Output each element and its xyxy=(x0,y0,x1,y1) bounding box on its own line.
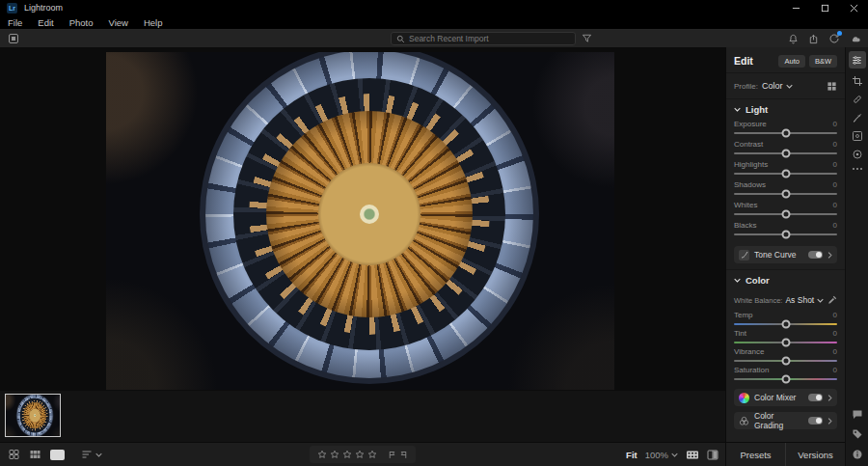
slider-knob[interactable] xyxy=(781,129,790,138)
color-mixer-row[interactable]: Color Mixer xyxy=(734,389,837,406)
slider-knob[interactable] xyxy=(781,190,790,199)
pick-flag-icon[interactable] xyxy=(388,450,396,460)
star-icon-5[interactable] xyxy=(367,450,377,459)
slider-highlights: Highlights0 xyxy=(734,159,837,179)
chevron-right-icon[interactable] xyxy=(827,252,832,259)
star-icon-4[interactable] xyxy=(355,450,365,459)
slider-knob[interactable] xyxy=(781,375,790,384)
slider-track[interactable] xyxy=(734,193,837,195)
presets-button[interactable]: Presets xyxy=(726,443,785,466)
masking-brush-icon[interactable] xyxy=(852,112,863,123)
slider-whites: Whites0 xyxy=(734,200,837,220)
slider-knob[interactable] xyxy=(781,170,790,178)
color-grading-toggle[interactable] xyxy=(808,417,823,425)
color-mixer-label: Color Mixer xyxy=(754,393,803,402)
slider-label: Contrast xyxy=(734,140,763,149)
color-grading-row[interactable]: Color Grading xyxy=(734,412,837,429)
reject-flag-icon[interactable] xyxy=(399,450,408,460)
slider-track[interactable] xyxy=(734,323,837,325)
white-balance-value-dropdown[interactable]: As Shot xyxy=(785,295,814,305)
rating-flag-bar xyxy=(310,446,416,463)
close-button[interactable] xyxy=(839,0,868,15)
dome-photo-render xyxy=(106,52,614,390)
filmstrip-toggle-icon[interactable] xyxy=(686,450,699,460)
chevron-right-icon[interactable] xyxy=(827,395,832,401)
share-icon[interactable] xyxy=(808,34,819,44)
slider-track[interactable] xyxy=(734,233,837,235)
star-icon-1[interactable] xyxy=(317,450,327,459)
slider-knob[interactable] xyxy=(781,150,790,158)
slider-label: Saturation xyxy=(734,366,769,374)
view-controls xyxy=(8,443,102,466)
tone-curve-row[interactable]: Tone Curve xyxy=(734,246,837,263)
menu-file[interactable]: File xyxy=(8,17,22,28)
slider-track[interactable] xyxy=(734,378,837,380)
red-eye-tool-icon[interactable] xyxy=(852,149,863,160)
versions-button[interactable]: Versions xyxy=(785,443,845,466)
crop-tool-icon[interactable] xyxy=(852,75,863,87)
menu-help[interactable]: Help xyxy=(144,17,163,28)
profile-value-dropdown[interactable]: Color xyxy=(762,81,783,91)
search-input[interactable] xyxy=(409,34,570,43)
info-icon[interactable] xyxy=(852,449,863,460)
square-grid-view-icon[interactable] xyxy=(29,449,41,460)
star-icon-2[interactable] xyxy=(330,450,339,459)
notifications-bell-icon[interactable] xyxy=(788,34,799,44)
light-section-header[interactable]: Light xyxy=(734,99,837,119)
white-balance-row: White Balance: As Shot xyxy=(734,290,837,310)
slider-track[interactable] xyxy=(734,342,837,343)
auto-button[interactable]: Auto xyxy=(778,55,804,68)
photo-grid-view-icon[interactable] xyxy=(8,449,20,460)
profile-browser-icon[interactable] xyxy=(827,81,837,92)
keyword-tag-icon[interactable] xyxy=(852,428,863,440)
filter-icon[interactable] xyxy=(582,33,592,43)
comments-icon[interactable] xyxy=(852,409,863,420)
lens-blur-tool-icon[interactable] xyxy=(852,130,863,142)
maximize-button[interactable] xyxy=(810,0,839,15)
chevron-right-icon[interactable] xyxy=(827,418,832,425)
slider-knob[interactable] xyxy=(781,357,790,366)
color-section-header[interactable]: Color xyxy=(734,270,837,289)
bw-button[interactable]: B&W xyxy=(809,55,837,68)
minimize-button[interactable] xyxy=(781,0,810,15)
eyedropper-icon[interactable] xyxy=(827,295,837,305)
star-icon-3[interactable] xyxy=(342,450,352,459)
menu-photo[interactable]: Photo xyxy=(69,17,94,28)
slider-knob[interactable] xyxy=(781,339,790,347)
zoom-fit-button[interactable]: Fit xyxy=(626,450,637,460)
sort-control[interactable] xyxy=(81,450,102,459)
edit-tool-button-active[interactable] xyxy=(849,51,866,69)
chevron-down-icon[interactable] xyxy=(817,298,824,303)
slider-track[interactable] xyxy=(734,152,837,154)
zoom-level-dropdown[interactable]: 100% xyxy=(645,450,678,460)
color-section-title: Color xyxy=(746,275,770,286)
photo-dome-ceiling[interactable] xyxy=(106,52,614,390)
slider-knob[interactable] xyxy=(781,231,790,239)
slider-track[interactable] xyxy=(734,213,837,215)
slider-knob[interactable] xyxy=(781,320,790,329)
healing-tool-icon[interactable] xyxy=(852,94,863,105)
slider-label: Temp xyxy=(734,311,753,319)
search-box[interactable] xyxy=(391,32,576,45)
menu-edit[interactable]: Edit xyxy=(38,17,53,28)
more-tools-icon[interactable] xyxy=(852,167,863,171)
menu-view[interactable]: View xyxy=(109,17,128,28)
chevron-down-icon xyxy=(734,278,741,283)
detail-view-icon-active[interactable] xyxy=(50,450,65,460)
slider-value: 0 xyxy=(833,140,837,149)
chevron-down-icon[interactable] xyxy=(786,84,793,89)
cloud-icon[interactable] xyxy=(850,34,862,44)
sync-status-icon[interactable] xyxy=(828,33,840,44)
filmstrip-thumbnail-selected[interactable] xyxy=(5,394,61,437)
color-mixer-toggle[interactable] xyxy=(808,394,823,401)
before-after-icon[interactable] xyxy=(707,450,719,460)
tone-curve-toggle[interactable] xyxy=(808,251,823,259)
color-grading-label: Color Grading xyxy=(754,411,803,430)
slider-shadows: Shadows0 xyxy=(734,179,837,200)
photo-grid-icon[interactable] xyxy=(8,33,19,44)
slider-track[interactable] xyxy=(734,173,837,175)
minimize-icon xyxy=(792,4,800,13)
slider-track[interactable] xyxy=(734,132,837,134)
slider-track[interactable] xyxy=(734,360,837,362)
slider-knob[interactable] xyxy=(781,210,790,219)
